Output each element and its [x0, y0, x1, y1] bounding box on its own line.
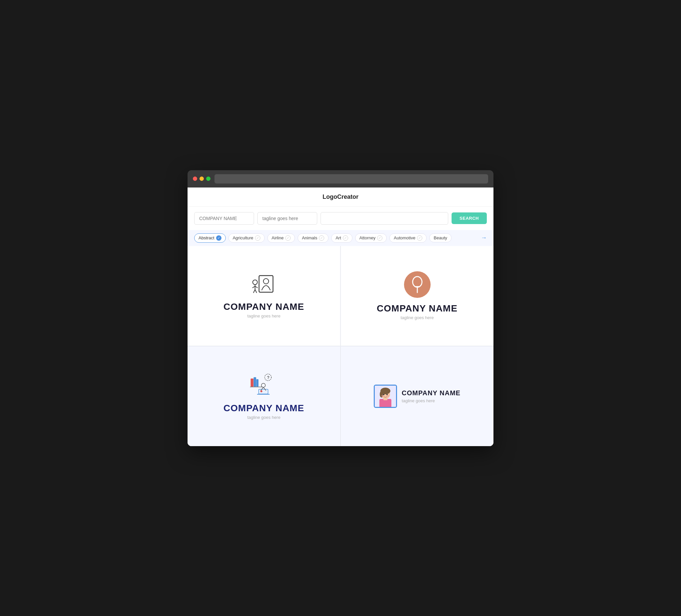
- airline-check-icon: ✓: [285, 235, 291, 241]
- svg-point-2: [253, 280, 257, 285]
- category-attorney[interactable]: Attorney ✓: [355, 233, 387, 243]
- svg-line-6: [253, 289, 255, 293]
- category-agriculture-label: Agriculture: [233, 235, 253, 240]
- attorney-check-icon: ✓: [377, 235, 382, 241]
- category-beauty[interactable]: Beauty: [429, 233, 451, 242]
- browser-chrome: [187, 170, 494, 187]
- close-button[interactable]: [193, 177, 197, 181]
- logo1-tagline: tagline goes here: [247, 313, 281, 318]
- logo1-company-name: COMPANY NAME: [224, 302, 304, 312]
- tagline-input[interactable]: [257, 212, 317, 225]
- app-content: LogoCreator SEARCH Abstract ✓ Agricultur…: [187, 187, 494, 446]
- logo2-company-name: COMPANY NAME: [377, 303, 457, 314]
- svg-line-7: [255, 289, 257, 293]
- category-bar: Abstract ✓ Agriculture ✓ Airline ✓ Anima…: [187, 230, 494, 246]
- maximize-button[interactable]: [206, 177, 210, 181]
- svg-point-17: [261, 383, 266, 387]
- category-beauty-label: Beauty: [434, 235, 447, 240]
- svg-point-33: [387, 395, 389, 397]
- search-bar: SEARCH: [187, 207, 494, 230]
- svg-point-31: [386, 394, 388, 395]
- svg-point-32: [381, 395, 383, 397]
- category-automotive[interactable]: Automotive ✓: [389, 233, 427, 243]
- category-art-label: Art: [335, 235, 341, 240]
- svg-rect-12: [254, 377, 256, 387]
- svg-point-9: [413, 277, 422, 287]
- minimize-button[interactable]: [200, 177, 204, 181]
- app-title: LogoCreator: [323, 194, 358, 200]
- category-airline[interactable]: Airline ✓: [267, 233, 295, 243]
- category-art[interactable]: Art ✓: [331, 233, 352, 243]
- logo-card-1[interactable]: COMPANY NAME tagline goes here: [187, 246, 340, 346]
- logo4-portrait-icon: [374, 385, 397, 408]
- logo4-layout: COMPANY NAME tagline goes here: [374, 385, 460, 408]
- app-header: LogoCreator: [187, 187, 494, 207]
- category-airline-label: Airline: [272, 235, 284, 240]
- categories-scroll-right[interactable]: →: [481, 234, 487, 241]
- svg-point-23: [260, 390, 262, 392]
- animals-check-icon: ✓: [319, 235, 324, 241]
- category-attorney-label: Attorney: [359, 235, 375, 240]
- logo-grid: COMPANY NAME tagline goes here: [187, 246, 494, 446]
- traffic-lights: [193, 177, 210, 181]
- svg-rect-11: [251, 379, 253, 387]
- category-animals[interactable]: Animals ✓: [298, 233, 329, 243]
- svg-point-30: [383, 394, 384, 395]
- logo4-company-name: COMPANY NAME: [402, 389, 460, 397]
- abstract-check-icon: ✓: [216, 235, 222, 241]
- address-bar[interactable]: [215, 174, 488, 183]
- agriculture-check-icon: ✓: [255, 235, 260, 241]
- logo-icon-3: ?: [247, 373, 281, 397]
- logo3-tagline: tagline goes here: [247, 415, 281, 420]
- category-animals-label: Animals: [302, 235, 317, 240]
- category-automotive-label: Automotive: [394, 235, 415, 240]
- logo-icon-2: [404, 271, 431, 298]
- browser-window: LogoCreator SEARCH Abstract ✓ Agricultur…: [187, 170, 494, 446]
- svg-text:?: ?: [267, 375, 269, 380]
- logo4-tagline: tagline goes here: [402, 398, 460, 403]
- art-check-icon: ✓: [343, 235, 348, 241]
- company-name-input[interactable]: [194, 212, 254, 225]
- logo-card-4[interactable]: COMPANY NAME tagline goes here: [341, 346, 494, 446]
- search-button[interactable]: SEARCH: [452, 212, 487, 224]
- svg-rect-13: [256, 379, 258, 387]
- svg-point-1: [263, 279, 269, 284]
- logo-card-3[interactable]: ? COMPANY NAME: [187, 346, 340, 446]
- logo2-tagline: tagline goes here: [401, 315, 434, 320]
- automotive-check-icon: ✓: [417, 235, 422, 241]
- category-agriculture[interactable]: Agriculture ✓: [228, 233, 265, 243]
- extra-search-input[interactable]: [321, 212, 448, 225]
- svg-line-5: [255, 286, 258, 288]
- logo-card-2[interactable]: COMPANY NAME tagline goes here: [341, 246, 494, 346]
- category-abstract[interactable]: Abstract ✓: [194, 233, 226, 243]
- logo3-company-name: COMPANY NAME: [224, 403, 304, 414]
- svg-line-4: [252, 286, 255, 288]
- category-abstract-label: Abstract: [199, 235, 215, 240]
- logo4-text-area: COMPANY NAME tagline goes here: [402, 389, 460, 403]
- logo-icon-1: [249, 273, 279, 296]
